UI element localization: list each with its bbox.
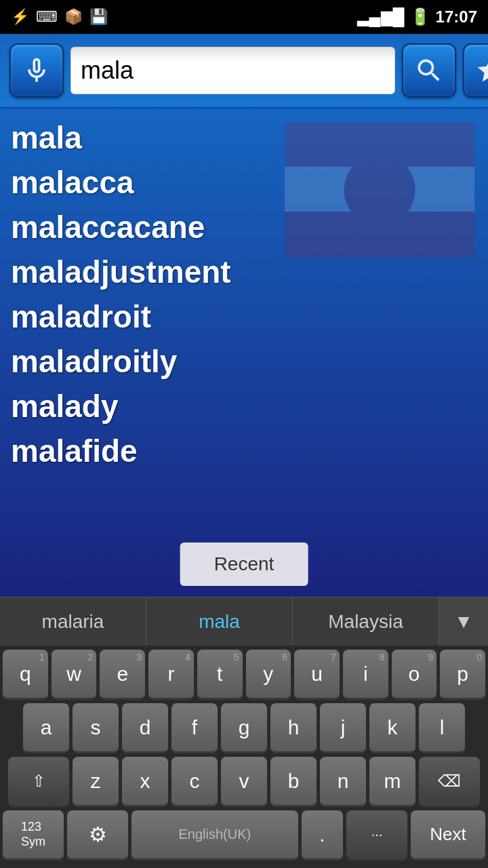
sd-icon: 💾 — [89, 8, 108, 26]
next-key[interactable]: Next — [411, 810, 485, 861]
keyboard-row-2: a s d f g h j k l — [3, 703, 485, 753]
list-item[interactable]: malady — [11, 384, 477, 429]
key-g[interactable]: g — [221, 703, 267, 753]
more-key[interactable]: ··· — [346, 810, 407, 861]
dropbox-icon: 📦 — [64, 8, 83, 26]
key-w[interactable]: w2 — [52, 650, 97, 700]
autocomplete-malaysia[interactable]: Malaysia — [293, 597, 439, 646]
microphone-button[interactable] — [9, 43, 64, 98]
list-item[interactable]: malaccacane — [11, 205, 477, 250]
key-v[interactable]: v — [221, 757, 267, 807]
backspace-key[interactable]: ⌫ — [419, 757, 480, 807]
shift-key[interactable]: ⇧ — [8, 757, 69, 807]
list-item[interactable]: malacca — [11, 160, 477, 205]
key-k[interactable]: k — [369, 703, 415, 753]
keyboard-row-3: ⇧ z x c v b n m ⌫ — [3, 757, 485, 807]
battery-icon: 🔋 — [410, 7, 430, 26]
list-item[interactable]: maladroitly — [11, 339, 477, 384]
status-left: ⚡ ⌨ 📦 💾 — [11, 8, 108, 26]
key-s[interactable]: s — [73, 703, 119, 753]
key-x[interactable]: x — [122, 757, 168, 807]
word-list-area: mala malacca malaccacane maladjustment m… — [0, 108, 488, 597]
time-display: 17:07 — [436, 7, 477, 26]
key-n[interactable]: n — [320, 757, 366, 807]
key-y[interactable]: y6 — [246, 650, 291, 700]
key-f[interactable]: f — [171, 703, 218, 753]
keyboard-icon: ⌨ — [36, 8, 58, 26]
list-item[interactable]: maladroit — [11, 294, 477, 339]
key-h[interactable]: h — [270, 703, 317, 753]
key-u[interactable]: u7 — [294, 650, 340, 700]
key-j[interactable]: j — [320, 703, 366, 753]
search-input[interactable] — [70, 47, 395, 94]
key-d[interactable]: d — [122, 703, 168, 753]
key-q[interactable]: q1 — [3, 650, 48, 700]
key-b[interactable]: b — [270, 757, 317, 807]
status-right: ▂▄▆█ 🔋 17:07 — [357, 7, 477, 26]
key-l[interactable]: l — [419, 703, 465, 753]
key-i[interactable]: i8 — [343, 650, 388, 700]
sym-key[interactable]: 123Sym — [3, 810, 64, 861]
autocomplete-mala[interactable]: mala — [146, 597, 293, 646]
recent-button[interactable]: Recent — [180, 542, 308, 586]
search-area — [0, 34, 488, 108]
period-key[interactable]: . — [302, 810, 343, 861]
star-icon — [475, 56, 488, 85]
autocomplete-bar: malaria mala Malaysia ▼ — [0, 597, 488, 646]
keyboard-row-4: 123Sym ⚙ English(UK) . ··· Next — [3, 810, 485, 861]
key-z[interactable]: z — [73, 757, 119, 807]
favorites-button[interactable] — [463, 43, 488, 98]
key-p[interactable]: p0 — [440, 650, 485, 700]
list-item[interactable]: maladjustment — [11, 250, 477, 294]
keyboard-row-1: q1 w2 e3 r4 t5 y6 u7 i8 o9 p0 — [3, 650, 485, 700]
key-o[interactable]: o9 — [392, 650, 437, 700]
search-button[interactable] — [402, 43, 456, 98]
list-item[interactable]: malafide — [11, 429, 477, 473]
autocomplete-dropdown-button[interactable]: ▼ — [439, 597, 488, 646]
keyboard: q1 w2 e3 r4 t5 y6 u7 i8 o9 p0 a s d f g … — [0, 646, 488, 868]
key-a[interactable]: a — [23, 703, 69, 753]
key-c[interactable]: c — [171, 757, 218, 807]
key-e[interactable]: e3 — [100, 650, 145, 700]
usb-icon: ⚡ — [11, 8, 29, 26]
key-t[interactable]: t5 — [197, 650, 243, 700]
list-item[interactable]: mala — [11, 115, 477, 160]
autocomplete-malaria[interactable]: malaria — [0, 597, 146, 646]
microphone-icon — [22, 56, 52, 85]
status-bar: ⚡ ⌨ 📦 💾 ▂▄▆█ 🔋 17:07 — [0, 0, 488, 34]
space-key[interactable]: English(UK) — [131, 810, 298, 861]
key-m[interactable]: m — [369, 757, 415, 807]
search-icon — [414, 56, 444, 85]
key-r[interactable]: r4 — [148, 650, 194, 700]
signal-icon: ▂▄▆█ — [357, 7, 405, 26]
settings-key[interactable]: ⚙ — [67, 810, 128, 861]
